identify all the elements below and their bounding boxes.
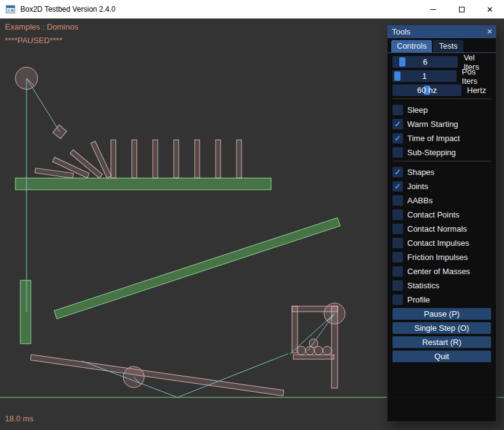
checkbox-label: Contact Impulses [407, 238, 469, 248]
maximize-icon [459, 7, 465, 12]
pos-iters-row: 1 Pos Iters [392, 70, 491, 82]
checkbox-label: AABBs [407, 196, 433, 205]
frame-left-post[interactable] [292, 306, 298, 353]
tab-controls[interactable]: Controls [391, 40, 432, 52]
pause-button[interactable]: Pause (P) [392, 308, 491, 320]
domino[interactable] [111, 140, 116, 178]
paused-label: ****PAUSED**** [5, 36, 62, 45]
window-title: Box2D Testbed Version 2.4.0 [20, 5, 116, 14]
checkbox-contact-impulses[interactable]: Contact Impulses [392, 237, 491, 249]
checkbox-box[interactable]: ✓ [392, 133, 403, 144]
checkbox-label: Friction Impulses [407, 253, 468, 262]
restart-button[interactable]: Restart (R) [392, 336, 491, 348]
frame-shelf[interactable] [293, 355, 334, 359]
example-label: Examples : Dominos [5, 22, 78, 31]
checkbox-contact-normals[interactable]: Contact Normals [392, 223, 491, 235]
check-icon: ✓ [394, 182, 401, 190]
checkbox-contact-points[interactable]: Contact Points [392, 209, 491, 221]
vel-iters-row: 6 Vel Iters [392, 56, 491, 68]
checkbox-box[interactable] [392, 294, 403, 305]
tools-tabbar: Controls Tests [388, 38, 496, 53]
vertical-column [20, 280, 31, 344]
checkbox-statistics[interactable]: Statistics [392, 280, 491, 291]
hertz-slider[interactable]: 60 hz [392, 84, 461, 96]
tools-close-button[interactable]: ✕ [485, 27, 494, 36]
checkbox-box[interactable] [392, 266, 403, 277]
checkbox-friction-impulses[interactable]: Friction Impulses [392, 251, 491, 263]
domino[interactable] [216, 140, 221, 178]
checkbox-box[interactable] [392, 105, 403, 115]
checkbox-box[interactable] [392, 224, 403, 234]
minimize-icon [430, 9, 436, 10]
domino[interactable] [153, 140, 158, 178]
tab-tests[interactable]: Tests [433, 40, 463, 52]
checkbox-label: Profile [407, 295, 430, 304]
pos-iters-slider[interactable]: 1 [392, 70, 457, 82]
check-icon: ✓ [394, 120, 401, 128]
checkbox-label: Joints [407, 182, 428, 191]
checkbox-box[interactable] [392, 195, 403, 206]
checkbox-label: Statistics [407, 281, 439, 290]
close-button[interactable]: ✕ [476, 0, 504, 18]
quit-button[interactable]: Quit [392, 351, 491, 362]
checkbox-label: Time of Impact [407, 134, 460, 143]
vel-iters-value: 6 [392, 56, 458, 68]
shelf-platform [15, 178, 271, 190]
checkbox-time-of-impact[interactable]: ✓ Time of Impact [392, 132, 491, 144]
angled-plank [54, 217, 340, 318]
close-icon: ✕ [487, 28, 492, 36]
checkbox-aabbs[interactable]: AABBs [392, 195, 491, 206]
checkbox-label: Sleep [407, 105, 428, 115]
ball[interactable] [314, 346, 323, 355]
checkbox-center-of-masses[interactable]: Center of Masses [392, 266, 491, 277]
checkbox-label: Sub-Stepping [407, 148, 456, 157]
checkbox-shapes[interactable]: ✓ Shapes [392, 166, 491, 178]
separator [392, 99, 491, 99]
separator [392, 161, 491, 161]
checkbox-box[interactable]: ✓ [392, 181, 403, 192]
domino[interactable] [195, 140, 200, 178]
window-titlebar[interactable]: Box2D Testbed Version 2.4.0 ✕ [0, 0, 504, 18]
check-icon: ✓ [394, 168, 401, 176]
check-icon: ✓ [394, 134, 401, 142]
window-controls: ✕ [419, 0, 504, 18]
tools-title: Tools [392, 27, 410, 36]
checkbox-label: Center of Masses [407, 267, 470, 276]
hertz-value: 60 hz [392, 84, 461, 96]
checkbox-profile[interactable]: Profile [392, 294, 491, 306]
tools-window: Tools ✕ Controls Tests 6 Vel Iters [387, 25, 497, 422]
checkbox-warm-starting[interactable]: ✓ Warm Starting [392, 118, 491, 130]
checkbox-label: Shapes [407, 168, 434, 177]
maximize-button[interactable] [447, 0, 476, 18]
domino-fallen[interactable] [35, 168, 74, 179]
joint-line [26, 78, 60, 132]
single-step-button[interactable]: Single Step (O) [392, 322, 491, 334]
simulation-canvas[interactable]: Examples : Dominos ****PAUSED**** 18.0 m… [0, 18, 504, 430]
close-icon: ✕ [487, 6, 494, 14]
joint-line [308, 314, 335, 351]
checkbox-box[interactable] [392, 238, 403, 248]
checkbox-box[interactable]: ✓ [392, 119, 403, 129]
tools-content: 6 Vel Iters 1 Pos Iters 60 hz [388, 53, 496, 362]
checkbox-joints[interactable]: ✓ Joints [392, 181, 491, 192]
ball[interactable] [297, 346, 306, 355]
checkbox-box[interactable] [392, 252, 403, 262]
frame-time-label: 18.0 ms [5, 414, 33, 423]
application-window: Box2D Testbed Version 2.4.0 ✕ [0, 0, 504, 430]
checkbox-box[interactable]: ✓ [392, 167, 403, 177]
checkbox-box[interactable] [392, 147, 403, 158]
checkbox-box[interactable] [392, 209, 403, 220]
domino[interactable] [174, 140, 179, 178]
checkbox-label: Contact Normals [407, 224, 467, 233]
domino[interactable] [237, 140, 242, 178]
checkbox-box[interactable] [392, 280, 403, 291]
checkbox-sub-stepping[interactable]: Sub-Stepping [392, 147, 491, 158]
checkbox-sleep[interactable]: Sleep [392, 104, 491, 116]
hertz-label: Hertz [467, 86, 486, 95]
minimize-button[interactable] [419, 0, 447, 18]
vel-iters-slider[interactable]: 6 [392, 56, 458, 68]
ball[interactable] [323, 346, 331, 355]
tools-titlebar[interactable]: Tools ✕ [388, 25, 496, 38]
domino[interactable] [132, 140, 137, 178]
pos-iters-value: 1 [392, 70, 457, 82]
